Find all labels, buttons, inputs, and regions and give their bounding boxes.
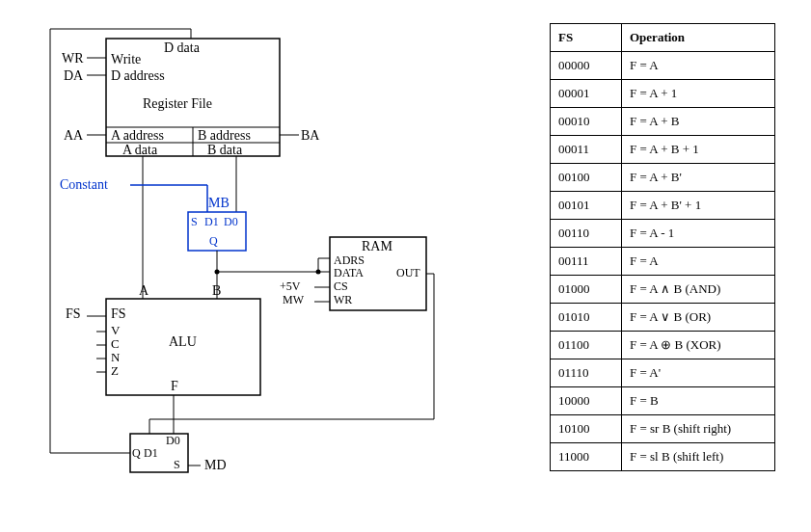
fs-code: 01110 xyxy=(551,359,622,387)
fs-code: 11000 xyxy=(551,443,622,471)
table-row: 00111F = A xyxy=(551,248,775,276)
regfile-bdata: B data xyxy=(207,143,242,158)
fs-operation: F = A ∧ B (AND) xyxy=(622,276,775,304)
fs-operation: F = A + B xyxy=(622,108,775,136)
fs-ext-label: FS xyxy=(66,306,81,322)
alu-b: B xyxy=(212,283,221,299)
fs-code: 00110 xyxy=(551,220,622,248)
table-row: 00110F = A - 1 xyxy=(551,220,775,248)
mb-q: Q xyxy=(209,234,218,249)
table-row: 11000F = sl B (shift left) xyxy=(551,443,775,471)
fs-operation: F = A ∨ B (OR) xyxy=(622,304,775,332)
datapath-diagram: D data Write D address Register File A a… xyxy=(29,19,444,511)
table-row: 00010F = A + B xyxy=(551,108,775,136)
fs-operation: F = A + B' + 1 xyxy=(622,192,775,220)
fs-operation: F = A ⊕ B (XOR) xyxy=(622,332,775,359)
fs-operation: F = A xyxy=(622,248,775,276)
ram-wr: WR xyxy=(334,293,352,307)
fs-operation: F = A xyxy=(622,52,775,80)
header-fs: FS xyxy=(551,24,622,52)
md-q: Q xyxy=(132,446,141,461)
ram-cs: CS xyxy=(334,279,348,294)
md-s: S xyxy=(174,458,180,472)
wr-label: WR xyxy=(62,51,84,66)
da-label: DA xyxy=(64,68,83,84)
md-name: MD xyxy=(204,458,227,473)
table-header-row: FS Operation xyxy=(551,24,775,52)
ba-label: BA xyxy=(301,128,319,144)
fs-code: 00000 xyxy=(551,52,622,80)
fs-operation: F = A' xyxy=(622,359,775,387)
fs-code: 01000 xyxy=(551,276,622,304)
mb-s: S xyxy=(191,215,198,229)
table-row: 01110F = A' xyxy=(551,359,775,387)
fs-code: 00011 xyxy=(551,136,622,164)
diagram-svg xyxy=(29,19,444,511)
alu-z: Z xyxy=(111,363,119,379)
table-row: 00001F = A + 1 xyxy=(551,80,775,108)
regfile-write: Write xyxy=(111,52,141,67)
regfile-aaddr: A address xyxy=(111,128,164,144)
ram-5v: +5V xyxy=(280,279,300,294)
table-row: 01100F = A ⊕ B (XOR) xyxy=(551,332,775,359)
alu-a: A xyxy=(139,283,149,299)
fs-operation: F = A - 1 xyxy=(622,220,775,248)
ram-name: RAM xyxy=(362,239,392,254)
fs-code: 01010 xyxy=(551,304,622,332)
fs-code: 00001 xyxy=(551,80,622,108)
regfile-title: Register File xyxy=(143,96,212,112)
mb-d0: D0 xyxy=(224,215,238,229)
fs-operation: F = A + B + 1 xyxy=(622,136,775,164)
fs-operation-table: FS Operation 00000F = A00001F = A + 1000… xyxy=(550,23,775,471)
alu-f: F xyxy=(171,379,178,394)
fs-code: 00100 xyxy=(551,164,622,192)
md-d0: D0 xyxy=(166,434,180,448)
ram-out: OUT xyxy=(396,266,420,280)
table-row: 00101F = A + B' + 1 xyxy=(551,192,775,220)
fs-code: 00101 xyxy=(551,192,622,220)
table-row: 01000F = A ∧ B (AND) xyxy=(551,276,775,304)
ram-data: DATA xyxy=(334,266,364,280)
mb-d1: D1 xyxy=(204,215,219,229)
fs-code: 10100 xyxy=(551,415,622,443)
alu-name: ALU xyxy=(169,334,197,350)
fs-code: 01100 xyxy=(551,332,622,359)
fs-code: 10000 xyxy=(551,387,622,415)
md-d1: D1 xyxy=(144,446,158,461)
table-row: 00011F = A + B + 1 xyxy=(551,136,775,164)
table-row: 10100F = sr B (shift right) xyxy=(551,415,775,443)
aa-label: AA xyxy=(64,128,83,144)
header-op: Operation xyxy=(622,24,775,52)
fs-operation: F = B xyxy=(622,387,775,415)
table-row: 01010F = A ∨ B (OR) xyxy=(551,304,775,332)
table-row: 00000F = A xyxy=(551,52,775,80)
fs-operation: F = A + B' xyxy=(622,164,775,192)
table-row: 10000F = B xyxy=(551,387,775,415)
regfile-adata: A data xyxy=(122,143,157,158)
fs-operation: F = sr B (shift right) xyxy=(622,415,775,443)
regfile-daddr: D address xyxy=(111,68,165,84)
fs-code: 00111 xyxy=(551,248,622,276)
fs-code: 00010 xyxy=(551,108,622,136)
fs-operation: F = sl B (shift left) xyxy=(622,443,775,471)
table-row: 00100F = A + B' xyxy=(551,164,775,192)
regfile-baddr: B address xyxy=(198,128,251,144)
regfile-d-data: D data xyxy=(164,40,200,56)
mb-name: MB xyxy=(208,196,230,211)
ram-mw: MW xyxy=(283,293,304,307)
alu-fs: FS xyxy=(111,306,126,322)
constant-label: Constant xyxy=(60,177,108,193)
fs-operation: F = A + 1 xyxy=(622,80,775,108)
